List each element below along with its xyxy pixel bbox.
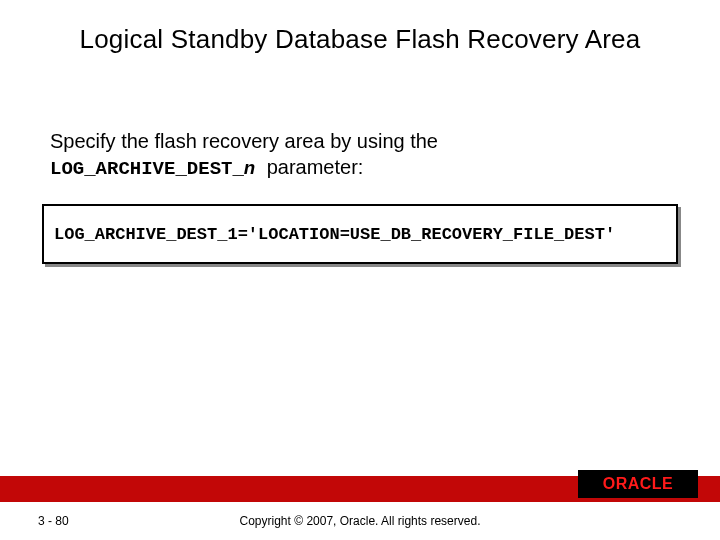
slide: Logical Standby Database Flash Recovery …	[0, 0, 720, 540]
code-line: LOG_ARCHIVE_DEST_1='LOCATION=USE_DB_RECO…	[54, 225, 615, 244]
body-trail: parameter:	[267, 156, 364, 178]
param-name: LOG_ARCHIVE_DEST_n	[50, 158, 267, 180]
oracle-logo: ORACLE	[578, 470, 698, 498]
code-box: LOG_ARCHIVE_DEST_1='LOCATION=USE_DB_RECO…	[42, 204, 678, 264]
logo-text: ORACLE	[603, 475, 674, 493]
body-text: Specify the flash recovery area by using…	[50, 128, 670, 182]
param-n: n	[244, 158, 255, 180]
slide-title: Logical Standby Database Flash Recovery …	[0, 24, 720, 55]
param-prefix: LOG_ARCHIVE_DEST_	[50, 158, 244, 180]
body-lead: Specify the flash recovery area by using…	[50, 130, 438, 152]
copyright-text: Copyright © 2007, Oracle. All rights res…	[0, 514, 720, 528]
